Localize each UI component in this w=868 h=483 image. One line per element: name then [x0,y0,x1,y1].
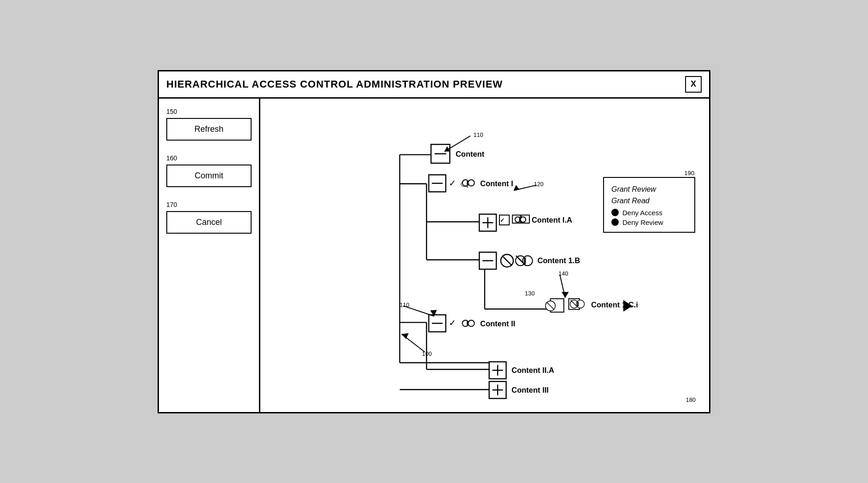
svg-text:110: 110 [474,131,483,138]
svg-text:Content 1.B: Content 1.B [538,256,581,265]
svg-point-29 [468,179,475,186]
svg-text:120: 120 [534,181,544,187]
legend-deny-access-item: Deny Access [611,209,687,217]
svg-rect-30 [467,181,469,184]
window-title: HIERARCHICAL ACCESS CONTROL ADMINISTRATI… [166,78,503,90]
legend-grant-read: Grant Read [611,195,687,207]
deny-review-dot [611,218,619,226]
svg-text:130: 130 [525,290,534,297]
legend-deny-review-item: Deny Review [611,218,687,226]
svg-text:Content II.A: Content II.A [511,366,554,374]
svg-marker-65 [562,292,569,298]
svg-text:✓: ✓ [500,217,504,223]
svg-text:180: 180 [686,397,696,403]
title-bar: HIERARCHICAL ACCESS CONTROL ADMINISTRATI… [159,71,709,99]
svg-text:Content: Content [456,150,485,158]
svg-text:Content II: Content II [480,319,515,328]
svg-text:✓: ✓ [449,318,456,328]
svg-rect-61 [577,301,579,306]
svg-text:Content III: Content III [511,385,549,394]
deny-access-dot [611,209,619,216]
refresh-num: 150 [166,108,252,115]
commit-group: 160 Commit [166,154,252,187]
svg-rect-72 [467,321,469,325]
cancel-button[interactable]: Cancel [166,211,252,234]
diagram-svg: 110 120 110 130 100 140 [265,103,704,407]
cancel-num: 170 [166,201,252,208]
commit-num: 160 [166,154,252,162]
svg-text:Content I.A: Content I.A [532,216,572,224]
main-window: HIERARCHICAL ACCESS CONTROL ADMINISTRATI… [158,70,710,413]
svg-text:Content I: Content I [480,179,513,187]
cancel-group: 170 Cancel [166,201,252,234]
refresh-button[interactable]: Refresh [166,118,252,141]
svg-point-43 [521,217,526,222]
deny-access-label: Deny Access [622,209,663,217]
canvas-area: 110 120 110 130 100 140 [260,99,709,412]
legend-grant-review: Grant Review [611,183,687,195]
svg-rect-44 [519,218,521,221]
deny-review-label: Deny Review [622,218,663,226]
svg-marker-85 [401,333,409,339]
canvas-inner: 110 120 110 130 100 140 [265,103,704,407]
svg-text:Content 1.C.i: Content 1.C.i [591,300,638,308]
svg-text:✓: ✓ [449,177,456,188]
svg-rect-52 [524,257,526,264]
refresh-group: 150 Refresh [166,108,252,141]
sidebar: 150 Refresh 160 Commit 170 Cancel [159,99,260,412]
close-button[interactable]: X [685,76,702,93]
legend-ref: 190 [684,170,694,177]
commit-button[interactable]: Commit [166,165,252,187]
svg-marker-33 [514,185,520,190]
svg-point-71 [468,320,475,326]
svg-line-74 [403,306,434,316]
legend-box: 190 Grant Review Grant Read Deny Access … [603,177,695,233]
main-area: 150 Refresh 160 Commit 170 Cancel 110 12… [159,99,709,412]
